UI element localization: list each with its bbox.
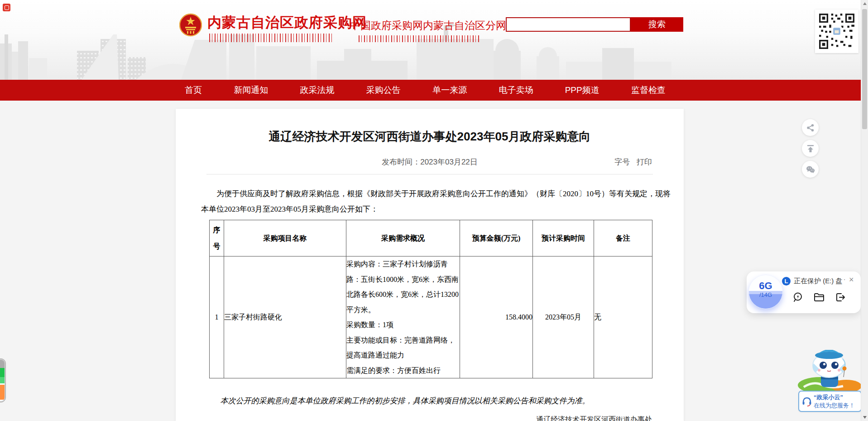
col-header-time: 预计采购时间 — [533, 220, 594, 256]
mascot-figure — [796, 350, 864, 393]
col-header-budget: 预算金额(万元) — [460, 220, 533, 256]
print-button[interactable]: 打印 — [637, 158, 652, 166]
mascot-service-label: “政采小云” 在线为您服务！ — [798, 391, 862, 412]
speed-scan-button[interactable] — [792, 291, 804, 303]
row-time: 2023年05月 — [533, 256, 594, 378]
row-note: 无 — [594, 256, 652, 378]
intro-paragraph: 为便于供应商及时了解政府采购信息，根据《财政部关于开展政府采购意向公开工作的通知… — [201, 186, 675, 217]
main-nav: 首页 新闻通知 政采法规 采购公告 单一来源 电子卖场 PPP频道 监督检查 — [0, 80, 861, 101]
mascot-name: “政采小云” — [814, 393, 860, 402]
qr-code — [815, 10, 858, 53]
search-button[interactable]: 搜索 — [631, 17, 683, 32]
row-budget: 158.4000 — [460, 256, 533, 378]
back-to-top-icon — [806, 145, 815, 153]
share-button[interactable] — [802, 119, 819, 136]
back-to-top-button[interactable] — [802, 140, 819, 157]
customer-service-mascot[interactable]: “政采小云” 在线为您服务！ — [796, 350, 864, 418]
headset-icon — [801, 396, 812, 407]
nav-item-home[interactable]: 首页 — [185, 84, 202, 96]
col-header-name: 采购项目名称 — [224, 220, 346, 256]
nav-item-single-source[interactable]: 单一来源 — [432, 84, 467, 96]
summary-line: 采购数量：1项 — [346, 317, 460, 333]
edge-gauge-fill — [0, 360, 5, 401]
nav-item-emall[interactable]: 电子卖场 — [499, 84, 533, 96]
nav-item-supervision[interactable]: 监督检查 — [631, 84, 666, 96]
disk-guard-widget: 6G /14G L 正在保护 (E:) 盘 ··· × — [747, 271, 861, 313]
guard-close-button[interactable]: × — [849, 275, 854, 285]
row-project-name: 三家子村街路硬化 — [224, 256, 346, 378]
table-header-row: 序号 采购项目名称 采购需求概况 预算金额(万元) 预计采购时间 备注 — [210, 220, 652, 256]
speed-scan-icon — [792, 292, 803, 303]
disk-total-value: /14G — [748, 291, 783, 298]
nav-item-announcements[interactable]: 采购公告 — [366, 84, 401, 96]
summary-line: 需满足的要求：方便百姓出行 — [346, 363, 460, 378]
edge-gauge-widget[interactable] — [0, 358, 6, 402]
nav-item-regulations[interactable]: 政采法规 — [300, 84, 335, 96]
table-row: 1 三家子村街路硬化 采购内容：三家子村计划修沥青路：五街长1000米，宽6米，… — [210, 256, 652, 378]
row-summary: 采购内容：三家子村计划修沥青路：五街长1000米，宽6米，东西南北路各长600米… — [346, 256, 460, 378]
font-size-control[interactable]: 字号 — [614, 158, 630, 166]
page-title: 通辽经济技术开发区河西街道办事处2023年05月政府采购意向 — [203, 129, 657, 144]
guard-status-text: 正在保护 (E:) 盘 — [794, 277, 843, 286]
mascot-service-text: 在线为您服务！ — [814, 402, 860, 410]
col-header-note: 备注 — [594, 220, 652, 256]
disk-usage-gauge[interactable]: 6G /14G — [748, 275, 783, 309]
disk-usage-value: 6G — [748, 281, 783, 291]
mongolian-script-main — [209, 34, 333, 42]
article-card: 通辽经济技术开发区河西街道办事处2023年05月政府采购意向 发布时间：2023… — [176, 109, 684, 421]
scroll-down-icon[interactable] — [863, 416, 867, 419]
summary-line: 主要功能或目标：完善道路网络，提高道路通过能力 — [346, 333, 460, 363]
eject-disk-button[interactable] — [834, 291, 846, 303]
wechat-share-button[interactable] — [802, 161, 819, 178]
scrollbar-thumb[interactable] — [862, 9, 867, 129]
nav-item-ppp[interactable]: PPP频道 — [565, 84, 599, 96]
meta-divider — [206, 174, 653, 174]
corner-red-badge-glyph — [5, 5, 9, 10]
col-header-summary: 采购需求概况 — [346, 220, 460, 256]
nav-item-news[interactable]: 新闻通知 — [234, 84, 268, 96]
publish-time: 发布时间：2023年03月22日 — [176, 157, 684, 167]
guard-more-button[interactable]: ··· — [837, 275, 846, 284]
site-header: 内蒙古自治区政府采购网 中国政府采购网内蒙古自治区分网 搜索 — [0, 0, 861, 80]
floating-toolbar — [802, 119, 819, 182]
share-icon — [806, 124, 815, 132]
eject-icon — [835, 292, 846, 303]
site-subtitle: 中国政府采购网内蒙古自治区分网 — [350, 19, 506, 33]
scrollbar-track[interactable] — [861, 0, 868, 421]
corner-red-badge-icon[interactable] — [3, 4, 10, 11]
scroll-up-icon[interactable] — [863, 2, 867, 5]
open-folder-button[interactable] — [813, 291, 825, 303]
article-meta: 发布时间：2023年03月22日 字号 打印 — [176, 157, 684, 168]
procurement-table: 序号 采购项目名称 采购需求概况 预算金额(万元) 预计采购时间 备注 1 三家… — [209, 220, 652, 378]
summary-line: 采购内容：三家子村计划修沥青路：五街长1000米，宽6米，东西南北路各长600米… — [346, 256, 460, 317]
wechat-icon — [806, 165, 815, 174]
national-emblem-logo — [179, 13, 202, 37]
row-index: 1 — [210, 256, 224, 378]
site-title: 内蒙古自治区政府采购网 — [207, 13, 367, 32]
disclaimer-text: 本次公开的采购意向是本单位政府采购工作的初步安排，具体采购项目情况以相关采购公告… — [201, 396, 652, 406]
mongolian-script-sub — [359, 35, 480, 42]
search-input[interactable] — [506, 17, 631, 32]
guard-app-icon: L — [782, 277, 791, 286]
signature-org: 通辽经济技术开发区河西街道办事处 — [176, 415, 652, 421]
folder-icon — [813, 292, 825, 303]
col-header-index: 序号 — [210, 220, 224, 256]
